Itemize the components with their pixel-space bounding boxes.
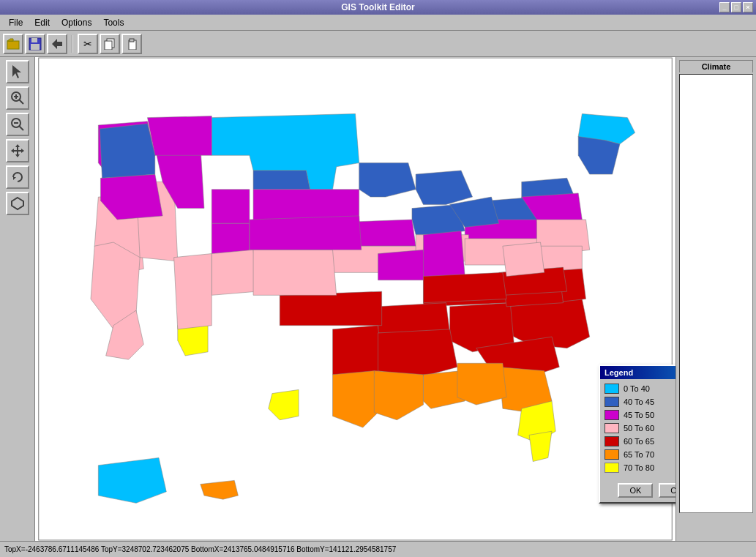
legend-item-1: 40 To 45 (605, 397, 675, 407)
legend-body: 0 To 40 40 To 45 45 To 50 50 To 60 60 To… (600, 379, 675, 480)
right-panel-content (679, 74, 753, 513)
svg-line-12 (19, 100, 23, 104)
svg-marker-22 (11, 149, 14, 153)
legend-item-5: 65 To 70 (605, 449, 675, 460)
right-panel: Climate (675, 57, 756, 541)
open-button[interactable] (3, 34, 23, 54)
status-bar: TopX=-2463786.6711145486 TopY=3248702.72… (0, 541, 756, 557)
legend-ok-button[interactable]: OK (618, 483, 653, 498)
legend-title-bar: Legend × (600, 366, 675, 379)
save-button[interactable] (25, 34, 45, 54)
right-panel-tab[interactable]: Climate (679, 60, 753, 72)
legend-swatch-2 (605, 410, 619, 420)
svg-rect-9 (130, 39, 134, 42)
svg-rect-0 (7, 41, 19, 49)
toolbar-separator (72, 35, 73, 53)
paste-button[interactable] (121, 34, 142, 54)
menu-edit[interactable]: Edit (29, 16, 56, 29)
legend-label-4: 60 To 65 (624, 437, 654, 446)
title-bar: GIS Toolkit Editor _ □ × (0, 0, 756, 15)
svg-marker-25 (12, 198, 23, 209)
legend-item-0: 0 To 40 (605, 384, 675, 394)
svg-marker-23 (21, 149, 24, 153)
legend-cancel-button[interactable]: Cancel (659, 483, 675, 498)
us-map (35, 57, 675, 541)
svg-marker-24 (13, 177, 16, 180)
minimize-button[interactable]: _ (719, 2, 730, 12)
legend-item-3: 50 To 60 (605, 423, 675, 433)
menu-options[interactable]: Options (56, 16, 97, 29)
menu-tools[interactable]: Tools (97, 16, 130, 29)
svg-rect-7 (105, 41, 112, 50)
rotate-tool[interactable] (6, 165, 29, 189)
legend-label-6: 70 To 80 (624, 463, 654, 472)
close-button[interactable]: × (743, 2, 753, 12)
legend-label-3: 50 To 60 (624, 424, 654, 433)
legend-item-6: 70 To 80 (605, 463, 675, 473)
legend-swatch-6 (605, 463, 619, 473)
status-text: TopX=-2463786.6711145486 TopY=3248702.72… (4, 545, 396, 553)
zoom-in-tool[interactable] (6, 86, 29, 110)
svg-rect-3 (31, 38, 37, 42)
zoom-out-tool[interactable] (6, 113, 29, 136)
cut-button[interactable]: ✂ (78, 34, 98, 54)
legend-swatch-3 (605, 423, 619, 433)
toolbar: ✂ (0, 31, 756, 57)
legend-item-2: 45 To 50 (605, 410, 675, 420)
legend-label-0: 0 To 40 (624, 384, 650, 393)
legend-title: Legend (605, 368, 633, 377)
svg-marker-21 (15, 154, 20, 157)
legend-swatch-1 (605, 397, 619, 407)
right-panel-tab-label: Climate (702, 62, 731, 71)
main-content: Legend × 0 To 40 40 To 45 45 To 50 (0, 57, 756, 541)
svg-marker-1 (7, 39, 13, 41)
back-button[interactable] (47, 34, 67, 54)
legend-label-5: 65 To 70 (624, 450, 654, 459)
menu-file[interactable]: File (3, 16, 29, 29)
title-bar-buttons: _ □ × (719, 2, 753, 12)
legend-dialog: Legend × 0 To 40 40 To 45 45 To 50 (599, 365, 675, 504)
window-title: GIS Toolkit Editor (341, 2, 414, 12)
legend-label-2: 45 To 50 (624, 411, 654, 419)
svg-line-16 (19, 126, 23, 130)
legend-swatch-5 (605, 449, 619, 460)
legend-item-4: 60 To 65 (605, 436, 675, 446)
left-panel (0, 57, 35, 541)
legend-swatch-0 (605, 384, 619, 394)
copy-button[interactable] (100, 34, 120, 54)
legend-swatch-4 (605, 436, 619, 446)
legend-buttons: OK Cancel (600, 480, 675, 502)
pan-tool[interactable] (6, 139, 29, 162)
svg-rect-4 (31, 44, 40, 50)
svg-marker-20 (15, 144, 20, 147)
svg-marker-10 (12, 65, 21, 78)
arrow-tool[interactable] (6, 60, 29, 83)
menu-bar: File Edit Options Tools (0, 15, 756, 31)
svg-marker-5 (52, 39, 62, 49)
polygon-tool[interactable] (6, 192, 29, 215)
map-area[interactable]: Legend × 0 To 40 40 To 45 45 To 50 (35, 57, 675, 541)
legend-label-1: 40 To 45 (624, 397, 654, 406)
maximize-button[interactable]: □ (731, 2, 741, 12)
